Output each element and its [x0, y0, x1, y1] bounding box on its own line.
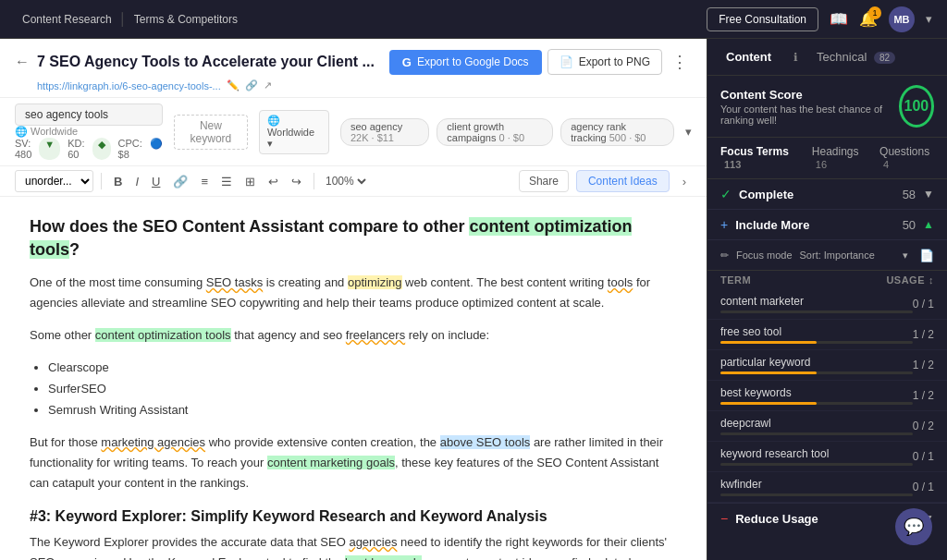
score-title: Content Score [720, 88, 899, 102]
back-button[interactable]: ← [15, 54, 30, 70]
doc-url: https://linkgraph.io/6-seo-agency-tools-… [37, 79, 692, 91]
content-info-icon[interactable]: ℹ [793, 51, 798, 64]
include-plus-icon: + [720, 217, 728, 232]
score-row: Content Score Your content has the best … [720, 85, 934, 128]
term-tools: tools [608, 275, 633, 289]
sort-arrow[interactable]: ▾ [903, 250, 908, 262]
toolbar-separator-1 [101, 173, 102, 189]
term-usage: 1 / 2 [913, 328, 934, 341]
kw-chip-1[interactable]: client growth campaigns 0 · $0 [437, 118, 553, 146]
term-freelancers: freelancers [346, 328, 405, 342]
term-row[interactable]: best keywords 1 / 2 [707, 381, 947, 411]
sv-badge: ▼ [39, 138, 60, 160]
include-arrow: ▲ [923, 218, 934, 231]
redo-button[interactable]: ↪ [287, 172, 306, 191]
keyword-chips: seo agency 22K · $11 client growth campa… [340, 118, 674, 146]
share-button[interactable]: Share [519, 170, 569, 192]
tab-content[interactable]: Content [719, 46, 779, 67]
term-row[interactable]: particular keyword 1 / 2 [707, 350, 947, 381]
terms-tab-focus[interactable]: Focus Terms 113 [720, 145, 801, 171]
new-keyword-button[interactable]: New keyword [174, 115, 248, 150]
export-png-button[interactable]: 📄 Export to PNG [547, 49, 662, 75]
editor-list: Clearscope SurferSEO Semrush Writing Ass… [48, 357, 677, 421]
kw-chip-2[interactable]: agency rank tracking 500 · $0 [560, 118, 674, 146]
toolbar-right: Share Content Ideas › [519, 170, 692, 192]
bold-button[interactable]: B [109, 172, 127, 191]
toolbar-separator-2 [314, 173, 314, 189]
term-row[interactable]: free seo tool 1 / 2 [707, 320, 947, 350]
kw-chip-0[interactable]: seo agency 22K · $11 [340, 118, 429, 146]
location-select[interactable]: 🌐 Worldwide ▾ [259, 110, 329, 154]
terms-tab-headings[interactable]: Headings 16 [812, 145, 868, 171]
book-icon[interactable]: 📖 [830, 10, 848, 28]
keyword-meta: SV: 480 ▼ KD: 60 ◆ CPC: $8 🔵 [15, 138, 163, 160]
term-bar-fill [720, 371, 817, 374]
term-row[interactable]: deepcrawl 0 / 2 [707, 411, 947, 442]
nav-content-research[interactable]: Content Research [15, 9, 119, 30]
chat-bubble[interactable]: 💬 [895, 508, 932, 545]
avatar[interactable]: MB [889, 6, 915, 32]
terms-tab-questions[interactable]: Questions 4 [879, 145, 934, 171]
term-row[interactable]: content marketer 0 / 1 [707, 289, 947, 320]
table-button[interactable]: ⊞ [240, 172, 260, 191]
list-style-select[interactable]: unorder... [15, 170, 93, 192]
notification-icon[interactable]: 🔔 1 [859, 10, 878, 28]
zoom-select[interactable]: 100% [322, 174, 369, 189]
topbar-right: Free Consultation 📖 🔔 1 MB ▾ [707, 6, 932, 32]
free-consultation-button[interactable]: Free Consultation [707, 7, 818, 31]
pencil-icon: ✏ [720, 250, 729, 262]
focus-terms-count: 113 [724, 159, 741, 170]
usage-col-header: USAGE ↕ [886, 274, 934, 286]
avatar-chevron[interactable]: ▾ [926, 12, 932, 26]
expand-button[interactable]: ▾ [685, 125, 692, 139]
term-name: free seo tool [720, 325, 913, 338]
term-name-wrapper: deepcrawl [720, 417, 913, 435]
tab-technical[interactable]: Technical 82 [809, 46, 903, 67]
doc-icon[interactable]: 📄 [919, 249, 934, 262]
category-complete[interactable]: ✓ Complete 58 ▼ [707, 179, 947, 210]
share-icon[interactable]: ↗ [264, 79, 272, 91]
edit-icon[interactable]: ✏️ [227, 79, 240, 91]
reduce-label: Reduce Usage [735, 512, 818, 526]
underline-button[interactable]: U [147, 172, 165, 191]
doc-header-top: ← 7 SEO Agency Tools to Accelerate your … [15, 48, 692, 76]
right-panel-tabs: Content ℹ Technical 82 [707, 39, 947, 76]
list-item-2: SurferSEO [48, 378, 677, 399]
complete-check-icon: ✓ [720, 187, 732, 201]
term-marketing-agencies: marketing agencies [101, 435, 205, 449]
sv-label: SV: 480 [15, 138, 31, 160]
term-name: kwfinder [720, 478, 913, 491]
more-options-button[interactable]: ⋮ [668, 48, 692, 76]
link-button[interactable]: 🔗 [168, 172, 192, 191]
undo-button[interactable]: ↩ [264, 172, 283, 191]
export-google-docs-button[interactable]: G Export to Google Docs [389, 50, 542, 75]
editor-para-3: But for those marketing agencies who pro… [30, 432, 677, 493]
term-name: particular keyword [720, 356, 913, 369]
term-row[interactable]: keyword research tool 0 / 1 [707, 442, 947, 472]
category-include-more[interactable]: + Include More 50 ▲ [707, 210, 947, 240]
highlight-optimizing: optimizing [348, 275, 402, 289]
term-name-wrapper: best keywords [720, 386, 913, 405]
term-name: best keywords [720, 386, 913, 399]
italic-button[interactable]: I [130, 172, 143, 191]
terms-subtabs: Focus Terms 113 Headings 16 Questions 4 [707, 138, 947, 179]
term-name: content marketer [720, 295, 913, 308]
toolbar-expand-arrow[interactable]: › [677, 172, 692, 191]
keyword-tag: seo agency tools 🌐 Worldwide SV: 480 ▼ K… [15, 103, 163, 160]
term-name: keyword research tool [720, 447, 913, 460]
notification-badge: 1 [868, 6, 881, 19]
ordered-list-button[interactable]: ☰ [216, 172, 237, 191]
copy-icon[interactable]: 🔗 [245, 79, 258, 91]
editor-para-2: Some other content optimization tools th… [30, 325, 677, 346]
terms-table-header: TERM USAGE ↕ [707, 271, 947, 289]
term-related-keywords: related keywords [30, 555, 631, 560]
complete-label: Complete [739, 188, 793, 201]
content-ideas-button[interactable]: Content Ideas [576, 170, 670, 192]
nav-terms-competitors[interactable]: Terms & Competitors [127, 9, 245, 30]
editor-panel: ← 7 SEO Agency Tools to Accelerate your … [0, 39, 707, 560]
bullet-list-button[interactable]: ≡ [196, 172, 213, 191]
term-usage: 1 / 2 [913, 389, 934, 402]
term-usage: 1 / 2 [913, 359, 934, 371]
category-include-left: + Include More [720, 217, 809, 232]
term-row[interactable]: kwfinder 0 / 1 [707, 472, 947, 503]
